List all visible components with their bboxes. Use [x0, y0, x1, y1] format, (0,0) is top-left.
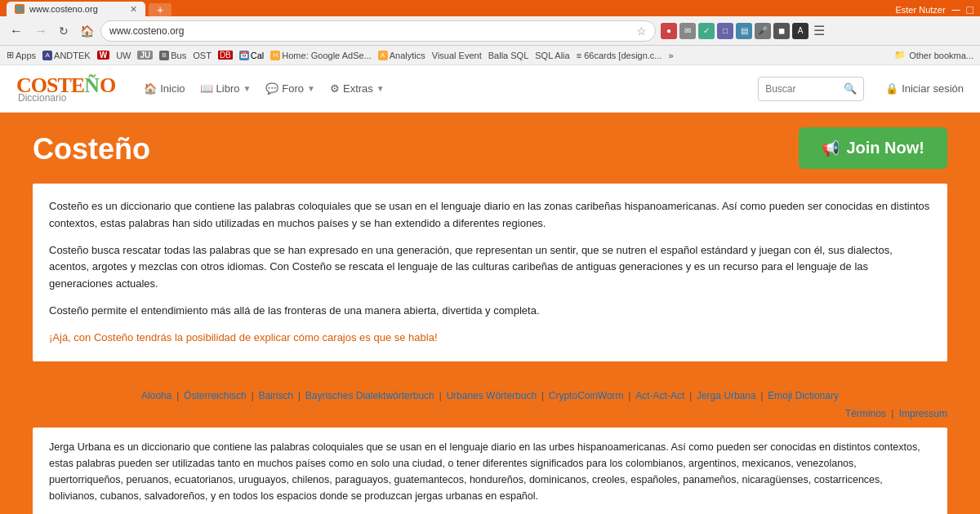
lock-icon: 🔒 — [885, 82, 898, 95]
bookmark-cal[interactable]: 📅 Cal — [239, 51, 265, 60]
back-button[interactable]: ← — [5, 22, 28, 40]
megaphone-icon: 📢 — [822, 140, 840, 157]
logo-subtitle: Diccionario — [18, 93, 116, 103]
search-input[interactable] — [765, 83, 839, 95]
site-header: COSTEÑO Diccionario 🏠 Inicio 📖 Libro ▼ 💬… — [0, 65, 980, 113]
extras-caret: ▼ — [376, 84, 385, 93]
bookmark-uw[interactable]: UW — [116, 51, 131, 60]
ext-icon-6[interactable]: 🎤 — [755, 23, 771, 39]
bookmark-w[interactable]: W — [97, 51, 109, 60]
bookmarks-bar: ⊞Apps A ANDTEK W UW JU B Bus OST DB 📅 Ca… — [0, 46, 980, 65]
star-icon[interactable]: ☆ — [636, 24, 647, 38]
bookmark-bus[interactable]: B Bus — [159, 51, 186, 60]
hero-title: Costeño — [33, 132, 150, 166]
bookmark-analytics[interactable]: A Analytics — [378, 51, 425, 60]
footer-terms[interactable]: Términos — [845, 408, 886, 419]
bookmark-visual-event[interactable]: Visual Event — [432, 51, 482, 60]
bookmark-db[interactable]: DB — [218, 51, 233, 60]
footer-impressum[interactable]: Impressum — [899, 408, 947, 419]
footer-link-osterreichisch[interactable]: Österreichisch — [184, 390, 247, 401]
minimize-btn[interactable]: ─ — [952, 3, 960, 16]
bookmark-sql-alia[interactable]: SQL Alia — [535, 51, 569, 60]
ext-icon-3[interactable]: ✓ — [698, 23, 715, 39]
address-url: www.costeno.org — [109, 25, 631, 37]
tab-title: www.costeno.org — [29, 4, 98, 14]
bottom-content: Jerga Urbana es un diccionario que conti… — [33, 428, 947, 514]
reload-button[interactable]: ↻ — [54, 23, 74, 39]
ext-icon-8[interactable]: A — [792, 23, 808, 39]
footer-link-cryptocoin[interactable]: CryptoCoinWorm — [549, 390, 624, 401]
nav-inicio[interactable]: 🏠 Inicio — [137, 79, 191, 98]
bookmark-home-ads[interactable]: H Home: Google AdSe... — [270, 51, 371, 60]
nav-bar: ← → ↻ 🏠 www.costeno.org ☆ ● ✉ ✓ □ ▤ 🎤 ◼ … — [0, 16, 980, 46]
libro-caret: ▼ — [243, 84, 251, 93]
bookmark-balla-sql[interactable]: Balla SQL — [488, 51, 529, 60]
website: COSTEÑO Diccionario 🏠 Inicio 📖 Libro ▼ 💬… — [0, 65, 980, 514]
main-section: Costeño 📢 Join Now! Costeño es un diccio… — [0, 113, 980, 374]
other-bookmarks[interactable]: Other bookma... — [909, 51, 973, 60]
footer-link-alooha[interactable]: Alooha — [141, 390, 172, 401]
main-para-4: ¡Ajá, con Costeño tendrás la posibilidad… — [49, 330, 931, 347]
ext-icon-2[interactable]: ✉ — [679, 23, 696, 39]
bookmark-ost[interactable]: OST — [193, 51, 212, 60]
ext-icon-4[interactable]: □ — [717, 23, 733, 39]
browser-chrome: 🌐 www.costeno.org ✕ + Ester Nutzer ─ □ — [0, 0, 980, 16]
new-tab-area: + — [149, 3, 172, 16]
bookmark-more[interactable]: » — [669, 51, 674, 60]
main-para-2: Costeño busca rescatar todas las palabra… — [49, 242, 931, 293]
site-nav: 🏠 Inicio 📖 Libro ▼ 💬 Foro ▼ ⚙ Extras ▼ — [137, 79, 391, 98]
join-now-button[interactable]: 📢 Join Now! — [799, 127, 947, 169]
forward-button[interactable]: → — [29, 22, 52, 40]
menu-button[interactable]: ☰ — [813, 23, 825, 38]
home-nav-icon: 🏠 — [144, 82, 157, 95]
footer-area: Alooha | Österreichisch | Bairisch | Bay… — [0, 374, 980, 424]
libro-nav-icon: 📖 — [200, 82, 213, 95]
ext-icon-1[interactable]: ● — [661, 23, 677, 39]
tab-close[interactable]: ✕ — [130, 4, 137, 15]
footer-link-jerga[interactable]: Jerga Urbana — [697, 390, 756, 401]
bookmark-andtek[interactable]: A ANDTEK — [42, 51, 91, 60]
maximize-btn[interactable]: □ — [967, 3, 973, 16]
address-bar[interactable]: www.costeno.org ☆ — [100, 20, 656, 42]
home-button[interactable]: 🏠 — [75, 23, 99, 39]
foro-nav-icon: 💬 — [265, 82, 278, 95]
footer-meta: Términos | Impressum — [33, 406, 947, 424]
extras-nav-icon: ⚙ — [330, 82, 340, 95]
bottom-para-1: Jerga Urbana es un diccionario que conti… — [49, 439, 931, 504]
main-para-3: Costeño permite el entendimiento más all… — [49, 303, 931, 320]
footer-link-urbanes[interactable]: Urbanes Wörterbuch — [446, 390, 537, 401]
nav-libro[interactable]: 📖 Libro ▼ — [194, 79, 258, 98]
nav-foro[interactable]: 💬 Foro ▼ — [259, 79, 322, 98]
search-bar[interactable]: 🔍 — [758, 77, 864, 101]
bookmark-apps[interactable]: ⊞Apps — [7, 50, 36, 60]
footer-link-actactact[interactable]: Act-Act-Act — [635, 390, 684, 401]
main-para-1: Costeño es un diccionario que contiene l… — [49, 198, 931, 233]
user-name: Ester Nutzer — [895, 5, 945, 15]
main-paragraphs: Costeño es un diccionario que contiene l… — [33, 184, 947, 361]
bottom-section: Jerga Urbana es un diccionario que conti… — [0, 424, 980, 514]
footer-link-emoji[interactable]: Emoji Dictionary — [768, 390, 839, 401]
nav-extras[interactable]: ⚙ Extras ▼ — [323, 79, 391, 98]
footer-links: Alooha | Österreichisch | Bairisch | Bay… — [33, 386, 947, 406]
footer-link-bayrisches[interactable]: Bayrisches Dialektwörterbuch — [305, 390, 434, 401]
search-icon[interactable]: 🔍 — [844, 82, 857, 95]
site-logo: COSTEÑO Diccionario — [16, 75, 116, 103]
foro-caret: ▼ — [307, 84, 315, 93]
login-link[interactable]: 🔒 Iniciar sesión — [885, 82, 964, 95]
footer-link-bairisch[interactable]: Bairisch — [258, 390, 293, 401]
ext-icon-7[interactable]: ◼ — [773, 23, 790, 39]
ext-icon-5[interactable]: ▤ — [736, 23, 752, 39]
bookmark-ju[interactable]: JU — [137, 51, 153, 60]
browser-tab[interactable]: 🌐 www.costeno.org ✕ — [7, 2, 145, 16]
bookmark-66cards[interactable]: ≡ 66cards [design.c... — [577, 51, 662, 60]
